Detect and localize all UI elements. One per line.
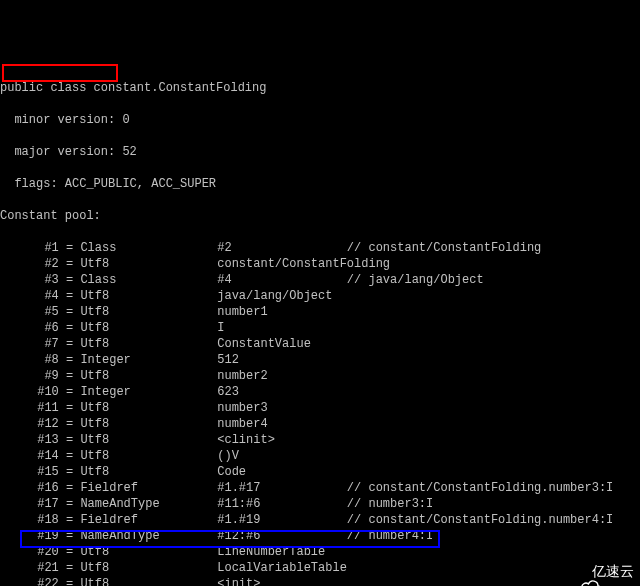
pool-entry: #3 = Class #4 // java/lang/Object [0, 272, 640, 288]
pool-entry: #22 = Utf8 <init> [0, 576, 640, 586]
flags: flags: ACC_PUBLIC, ACC_SUPER [0, 176, 640, 192]
pool-entry: #8 = Integer 512 [0, 352, 640, 368]
pool-entry: #9 = Utf8 number2 [0, 368, 640, 384]
pool-entry: #20 = Utf8 LineNumberTable [0, 544, 640, 560]
pool-entry: #7 = Utf8 ConstantValue [0, 336, 640, 352]
pool-entry: #13 = Utf8 <clinit> [0, 432, 640, 448]
pool-entry: #21 = Utf8 LocalVariableTable [0, 560, 640, 576]
pool-entry: #17 = NameAndType #11:#6 // number3:I [0, 496, 640, 512]
pool-entry: #16 = Fieldref #1.#17 // constant/Consta… [0, 480, 640, 496]
pool-entry: #5 = Utf8 number1 [0, 304, 640, 320]
pool-entry: #4 = Utf8 java/lang/Object [0, 288, 640, 304]
pool-entry: #18 = Fieldref #1.#19 // constant/Consta… [0, 512, 640, 528]
pool-entry: #2 = Utf8 constant/ConstantFolding [0, 256, 640, 272]
pool-entry: #10 = Integer 623 [0, 384, 640, 400]
cloud-icon [562, 562, 588, 580]
minor-version: minor version: 0 [0, 112, 640, 128]
pool-entry: #15 = Utf8 Code [0, 464, 640, 480]
watermark: 亿速云 [562, 562, 634, 580]
class-declaration: public class constant.ConstantFolding [0, 80, 640, 96]
constant-pool-label: Constant pool: [0, 208, 640, 224]
pool-entry: #1 = Class #2 // constant/ConstantFoldin… [0, 240, 640, 256]
pool-entry: #19 = NameAndType #12:#6 // number4:I [0, 528, 640, 544]
pool-entry: #6 = Utf8 I [0, 320, 640, 336]
pool-entry: #14 = Utf8 ()V [0, 448, 640, 464]
pool-entry: #11 = Utf8 number3 [0, 400, 640, 416]
watermark-text: 亿速云 [592, 563, 634, 579]
pool-entry: #12 = Utf8 number4 [0, 416, 640, 432]
major-version: major version: 52 [0, 144, 640, 160]
constant-pool: #1 = Class #2 // constant/ConstantFoldin… [0, 240, 640, 586]
